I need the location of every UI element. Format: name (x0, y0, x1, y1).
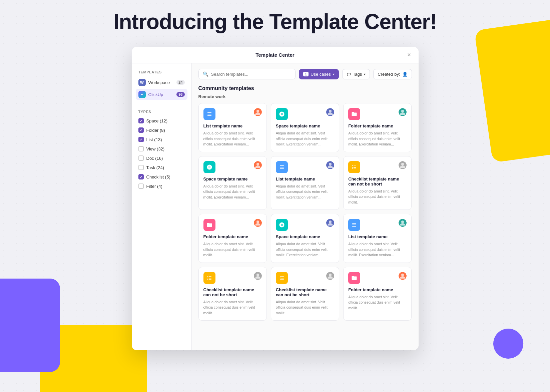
card-icon (203, 272, 215, 284)
type-item[interactable]: List (13) (136, 135, 187, 144)
type-label: Task (24) (146, 165, 164, 170)
use-cases-badge: 1 (303, 72, 309, 76)
svg-point-15 (329, 163, 332, 165)
svg-point-40 (256, 274, 259, 276)
type-item[interactable]: Task (24) (136, 163, 187, 172)
card-avatar (399, 272, 407, 280)
use-cases-label: Use cases (311, 72, 331, 77)
svg-point-8 (401, 110, 404, 112)
search-input[interactable] (211, 72, 292, 77)
card-title: Space template name (276, 123, 334, 128)
type-label: Doc (16) (146, 156, 163, 161)
card-avatar (326, 161, 334, 169)
template-card[interactable]: Space template name Aliqua dolor do amet… (198, 156, 267, 210)
tags-label: Tags (353, 72, 362, 77)
types-section-title: Types (136, 110, 187, 114)
close-button[interactable]: × (405, 51, 413, 59)
svg-rect-12 (280, 167, 284, 167)
svg-rect-41 (280, 276, 281, 277)
modal-header: Template Center × (132, 47, 419, 63)
card-desc: Aliqua dolor do amet sint. Velit officia… (276, 183, 334, 200)
tags-icon: 🏷 (347, 72, 351, 77)
type-item[interactable]: Checklist (5) (136, 172, 187, 181)
svg-rect-38 (208, 279, 211, 280)
use-cases-button[interactable]: 1 Use cases ▾ (299, 69, 339, 79)
type-item[interactable]: Doc (16) (136, 154, 187, 162)
svg-rect-37 (207, 279, 208, 280)
sidebar-item-workspace[interactable]: W Workspace 24 (136, 77, 187, 88)
template-card[interactable]: Checklist template name can not be short… (343, 156, 412, 210)
svg-rect-2 (207, 115, 211, 116)
template-card[interactable]: List template name Aliqua dolor do amet … (343, 214, 412, 263)
clickup-label: ClickUp (148, 92, 177, 97)
tags-button[interactable]: 🏷 Tags ▾ (342, 69, 370, 79)
svg-rect-35 (207, 278, 208, 278)
template-center-modal: Template Center × Templates W Workspace … (132, 47, 419, 350)
template-card[interactable]: List template name Aliqua dolor do amet … (271, 156, 339, 210)
card-avatar (326, 272, 334, 280)
svg-rect-42 (281, 276, 284, 277)
card-title: Folder template name (348, 123, 407, 128)
card-desc: Aliqua dolor do amet sint. Velit officia… (348, 130, 407, 147)
bg-shape-purple-left (0, 279, 60, 372)
card-top (203, 108, 262, 120)
type-checkbox (138, 183, 144, 189)
card-top (276, 161, 334, 173)
card-title: Folder template name (348, 287, 407, 292)
template-card[interactable]: Space template name Aliqua dolor do amet… (271, 214, 339, 263)
card-top (348, 108, 407, 120)
svg-rect-29 (352, 225, 356, 225)
remote-work-title: Remote work (198, 94, 412, 99)
type-item[interactable]: Folder (8) (136, 126, 187, 134)
svg-rect-43 (280, 278, 281, 278)
sidebar-divider (136, 105, 187, 105)
card-title: List template name (203, 123, 262, 128)
template-grid: List template name Aliqua dolor do amet … (198, 103, 412, 321)
type-checkbox (138, 137, 144, 142)
card-avatar (399, 219, 407, 227)
template-card[interactable]: List template name Aliqua dolor do amet … (198, 103, 267, 152)
card-desc: Aliqua dolor do amet sint. Velit officia… (203, 241, 262, 258)
svg-rect-46 (281, 279, 284, 280)
template-card[interactable]: Folder template name Aliqua dolor do ame… (343, 103, 412, 152)
card-top (203, 219, 262, 231)
card-desc: Aliqua dolor do amet sint. Velit officia… (348, 241, 407, 258)
card-avatar (254, 272, 262, 280)
svg-rect-33 (207, 276, 208, 277)
card-icon (276, 219, 288, 231)
template-card[interactable]: Space template name Aliqua dolor do amet… (271, 103, 339, 152)
svg-rect-30 (352, 226, 356, 227)
clickup-icon: ✦ (138, 91, 146, 98)
card-avatar (326, 219, 334, 227)
type-checkbox (138, 127, 144, 133)
card-avatar (254, 108, 262, 116)
card-desc: Aliqua dolor do amet sint. Velit officia… (276, 299, 334, 316)
template-card[interactable]: Checklist template name can not be short… (198, 267, 267, 321)
type-item[interactable]: View (32) (136, 144, 187, 153)
sidebar-item-clickup[interactable]: ✦ ClickUp 96 (136, 89, 187, 100)
template-card[interactable]: Checklist template name can not be short… (271, 267, 339, 321)
card-desc: Aliqua dolor do amet sint. Velit officia… (203, 130, 262, 147)
card-desc: Aliqua dolor do amet sint. Velit officia… (203, 183, 262, 200)
type-checkbox (138, 174, 144, 179)
card-desc: Aliqua dolor do amet sint. Velit officia… (348, 294, 407, 311)
card-top (348, 272, 407, 284)
svg-rect-19 (354, 167, 356, 168)
type-checkbox (138, 146, 144, 151)
template-card[interactable]: Folder template name Aliqua dolor do ame… (198, 214, 267, 263)
card-avatar (399, 161, 407, 169)
template-card[interactable]: Folder template name Aliqua dolor do ame… (343, 267, 412, 321)
type-label: Space (12) (146, 118, 168, 123)
svg-rect-20 (352, 168, 353, 169)
type-item[interactable]: Filter (4) (136, 182, 187, 190)
card-title: List template name (348, 234, 407, 239)
created-by-button[interactable]: Created by: 👤 (373, 69, 412, 79)
svg-point-10 (256, 163, 259, 165)
card-top (203, 161, 262, 173)
card-top (348, 161, 407, 173)
tags-chevron: ▾ (364, 72, 366, 76)
type-items-container: Space (12)Folder (8)List (13)View (32)Do… (136, 116, 187, 190)
type-item[interactable]: Space (12) (136, 116, 187, 125)
bg-shape-purple-right (493, 329, 523, 359)
modal-body: Templates W Workspace 24 ✦ ClickUp 96 Ty… (132, 63, 419, 350)
